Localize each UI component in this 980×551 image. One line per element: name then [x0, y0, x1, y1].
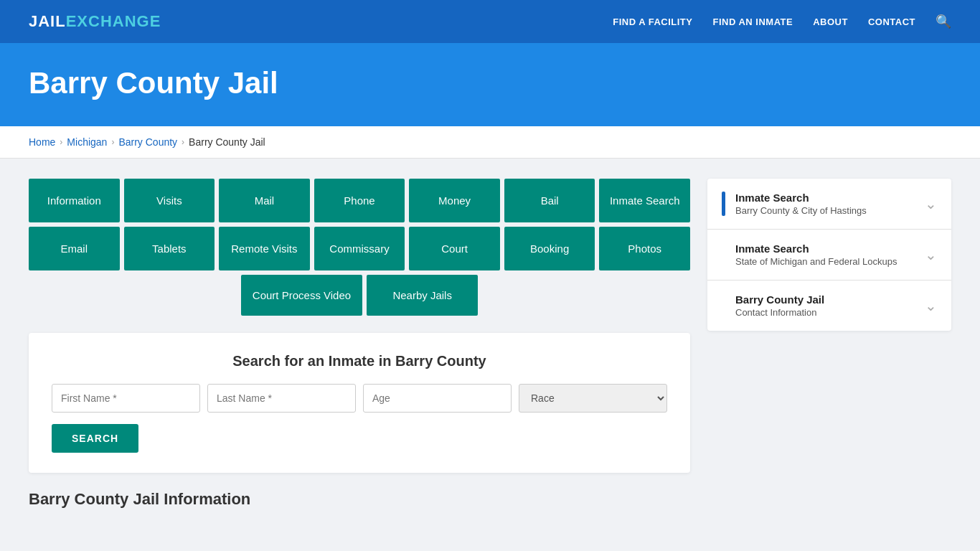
sidebar-item-3-subtitle: Contact Information — [735, 307, 824, 318]
nav-find-inmate[interactable]: FIND AN INMATE — [712, 17, 793, 27]
sidebar-card: Inmate Search Barry County & City of Has… — [707, 179, 951, 331]
breadcrumb-current: Barry County Jail — [189, 136, 265, 148]
breadcrumb-sep-1: › — [60, 137, 62, 147]
btn-visits[interactable]: Visits — [124, 179, 215, 222]
search-icon[interactable]: 🔍 — [936, 14, 951, 29]
btn-inmate-search[interactable]: Inmate Search — [599, 179, 690, 222]
nav-grid-row2: Email Tablets Remote Visits Commissary C… — [29, 227, 690, 270]
btn-bail[interactable]: Bail — [504, 179, 595, 222]
hero-section: Barry County Jail — [0, 43, 980, 126]
nav-about[interactable]: ABOUT — [813, 17, 848, 27]
sidebar-accent-3 — [722, 293, 725, 318]
chevron-down-icon-1: ⌄ — [925, 195, 937, 212]
site-header: JAILEXCHANGE FIND A FACILITY FIND AN INM… — [0, 0, 980, 43]
inmate-search-card: Search for an Inmate in Barry County Rac… — [29, 333, 690, 473]
sidebar-item-3-text: Barry County Jail Contact Information — [735, 293, 824, 318]
section-title: Barry County Jail Information — [29, 490, 690, 509]
sidebar-item-2-subtitle: State of Michigan and Federal Lockups — [735, 256, 897, 267]
breadcrumb-sep-3: › — [182, 137, 184, 147]
nav-find-facility[interactable]: FIND A FACILITY — [613, 17, 692, 27]
chevron-down-icon-3: ⌄ — [925, 297, 937, 314]
left-column: Information Visits Mail Phone Money Bail… — [29, 179, 690, 509]
nav-grid-row1: Information Visits Mail Phone Money Bail… — [29, 179, 690, 222]
page-title: Barry County Jail — [29, 66, 951, 100]
btn-money[interactable]: Money — [409, 179, 500, 222]
btn-commissary[interactable]: Commissary — [314, 227, 405, 270]
search-title: Search for an Inmate in Barry County — [52, 353, 667, 369]
main-nav: FIND A FACILITY FIND AN INMATE ABOUT CON… — [613, 14, 951, 29]
sidebar-item-3-left: Barry County Jail Contact Information — [722, 293, 824, 318]
sidebar-item-3-title: Barry County Jail — [735, 293, 824, 306]
sidebar-item-2-text: Inmate Search State of Michigan and Fede… — [735, 242, 897, 267]
logo-exchange: EXCHANGE — [66, 12, 161, 31]
search-button[interactable]: SEARCH — [52, 424, 138, 453]
btn-photos[interactable]: Photos — [599, 227, 690, 270]
btn-phone[interactable]: Phone — [314, 179, 405, 222]
chevron-down-icon-2: ⌄ — [925, 246, 937, 263]
btn-court[interactable]: Court — [409, 227, 500, 270]
btn-email[interactable]: Email — [29, 227, 120, 270]
breadcrumb-michigan[interactable]: Michigan — [67, 136, 107, 148]
breadcrumb-sep-2: › — [111, 137, 114, 147]
sidebar-item-1-text: Inmate Search Barry County & City of Has… — [735, 192, 867, 216]
breadcrumb-home[interactable]: Home — [29, 136, 55, 148]
last-name-input[interactable] — [207, 384, 356, 413]
btn-court-process-video[interactable]: Court Process Video — [241, 275, 362, 316]
sidebar-item-1-title: Inmate Search — [735, 192, 867, 204]
main-content: Information Visits Mail Phone Money Bail… — [0, 159, 980, 529]
sidebar-item-2-title: Inmate Search — [735, 242, 897, 255]
sidebar-item-2[interactable]: Inmate Search State of Michigan and Fede… — [707, 230, 951, 281]
age-input[interactable] — [363, 384, 512, 413]
sidebar-item-3[interactable]: Barry County Jail Contact Information ⌄ — [707, 281, 951, 331]
btn-mail[interactable]: Mail — [219, 179, 310, 222]
search-fields: Race White Black Hispanic Asian Other — [52, 384, 667, 413]
btn-nearby-jails[interactable]: Nearby Jails — [367, 275, 478, 316]
sidebar-accent-1 — [722, 192, 725, 216]
logo-jail: JAIL — [29, 12, 66, 31]
sidebar-accent-2 — [722, 242, 725, 267]
btn-tablets[interactable]: Tablets — [124, 227, 215, 270]
right-sidebar: Inmate Search Barry County & City of Has… — [707, 179, 951, 331]
btn-booking[interactable]: Booking — [504, 227, 595, 270]
breadcrumb-barry-county[interactable]: Barry County — [118, 136, 177, 148]
sidebar-item-1-subtitle: Barry County & City of Hastings — [735, 205, 867, 216]
nav-contact[interactable]: CONTACT — [868, 17, 915, 27]
sidebar-item-1[interactable]: Inmate Search Barry County & City of Has… — [707, 179, 951, 230]
nav-grid-row3: Court Process Video Nearby Jails — [29, 275, 690, 316]
breadcrumb: Home › Michigan › Barry County › Barry C… — [0, 126, 980, 159]
race-select[interactable]: Race White Black Hispanic Asian Other — [519, 384, 667, 413]
btn-information[interactable]: Information — [29, 179, 120, 222]
sidebar-item-2-left: Inmate Search State of Michigan and Fede… — [722, 242, 897, 267]
sidebar-item-1-left: Inmate Search Barry County & City of Has… — [722, 192, 867, 216]
btn-remote-visits[interactable]: Remote Visits — [219, 227, 310, 270]
first-name-input[interactable] — [52, 384, 200, 413]
site-logo[interactable]: JAILEXCHANGE — [29, 12, 161, 31]
